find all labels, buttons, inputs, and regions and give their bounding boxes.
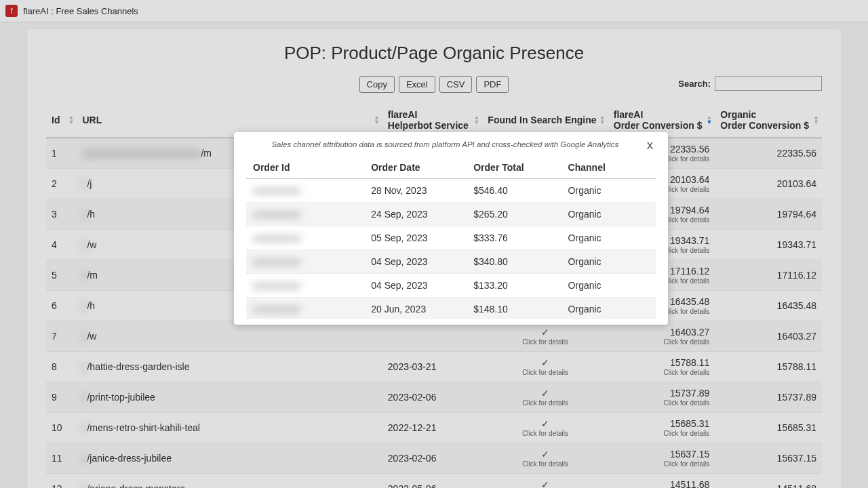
cell-id: 3 [46,199,77,230]
mcell-order-total: $148.10 [467,298,561,320]
amount: 17116.12 [670,266,709,277]
amount: 22335.56 [777,148,816,159]
search-input[interactable] [715,76,822,91]
cell-found[interactable]: ✓Click for details [482,321,608,352]
cell-url: x/w [77,321,382,352]
click-details-label: Click for details [614,460,710,468]
amount: 14511.68 [670,479,709,488]
check-icon: ✓ [541,388,549,399]
cell-service: 2023-03-21 [382,352,483,382]
mcell-channel: Organic [561,274,656,298]
cell-id: 7 [46,321,77,352]
amount: 15637.15 [777,453,816,464]
modal-close-button[interactable]: X [644,140,656,151]
modal-scroll-area[interactable]: Order Id Order Date Order Total Channel … [246,157,656,319]
cell-organic-conversion: 20103.64 [715,169,822,199]
modal-row: xxxxxxxxxx24 Sep, 2023$265.20Organic [246,203,656,226]
modal-row: xxxxxxxxxx04 Sep, 2023$340.80Organic [246,250,656,274]
cell-flare-conversion[interactable]: 16403.27Click for details [608,321,715,352]
mcell-order-date: 05 Sep, 2023 [364,226,467,250]
cell-flare-conversion[interactable]: 15788.11Click for details [608,352,715,382]
mcell-order-id: xxxxxxxxxx [246,226,364,250]
cell-found[interactable]: ✓Click for details [482,352,608,382]
cell-flare-conversion[interactable]: 15685.31Click for details [608,413,715,443]
redacted-text: x [82,331,87,342]
check-icon: ✓ [541,357,549,368]
cell-id: 11 [46,443,77,474]
mcell-order-date: 24 Sep, 2023 [364,203,467,226]
cell-url: x/mens-retro-shirt-kahili-teal [77,413,382,443]
redacted-text: xxxxxxxxxxxxxxxxxxxxxxxxx [82,148,201,159]
cell-service [382,321,483,352]
cell-id: 6 [46,291,77,321]
cell-organic-conversion: 15737.89 [715,382,822,413]
col-header-organic-conversion[interactable]: Organic Order Conversion $ ▲▼ [715,102,822,138]
cell-id: 2 [46,169,77,199]
cell-flare-conversion[interactable]: 15637.15Click for details [608,443,715,474]
cell-id: 1 [46,138,77,169]
cell-organic-conversion: 19794.64 [715,199,822,230]
mcell-order-total: $546.40 [467,179,561,203]
amount: 15685.31 [777,422,816,433]
cell-found[interactable]: ✓Click for details [482,382,608,413]
copy-button[interactable]: Copy [359,76,395,93]
mcell-channel: Organic [561,179,656,203]
amount: 15788.11 [670,357,709,368]
col-header-id[interactable]: Id ▲▼ [46,102,77,138]
url-path: /m [201,148,212,159]
cell-found[interactable]: ✓Click for details [482,413,608,443]
amount: 19794.64 [670,205,709,216]
sort-icon: ▲▼ [813,115,819,125]
mcell-channel: Organic [561,226,656,250]
url-path: /j [87,178,92,189]
amount: 16435.48 [777,300,816,311]
click-details-label: Click for details [488,338,602,346]
click-details-label: Click for details [488,399,602,407]
amount: 16435.48 [670,296,709,307]
table-row: 9x/print-top-jubilee2023-02-06✓Click for… [46,382,822,413]
pdf-button[interactable]: PDF [476,76,509,93]
cell-id: 9 [46,382,77,413]
sort-icon: ▲▼ [374,115,380,125]
excel-button[interactable]: Excel [399,76,435,93]
amount: 17116.12 [777,270,816,281]
redacted-text: x [82,300,87,311]
mcell-order-id: xxxxxxxxxx [246,274,364,298]
cell-flare-conversion[interactable]: 14511.68Click for details [608,474,715,489]
mcell-order-id: xxxxxxxxxx [246,203,364,226]
amount: 15737.89 [777,392,816,403]
url-path: /mens-retro-shirt-kahili-teal [87,422,199,433]
cell-id: 4 [46,230,77,260]
redacted-text: x [82,422,87,433]
cell-service: 2022-12-21 [382,413,483,443]
modal-attribution-note: Sales channel attribution data is source… [246,140,644,148]
table-row: 8x/hattie-dress-garden-isle2023-03-21✓Cl… [46,352,822,382]
cell-url: x/janice-dress-jubilee [77,443,382,474]
click-details-label: Click for details [614,430,710,437]
cell-organic-conversion: 19343.71 [715,230,822,260]
mcell-channel: Organic [561,250,656,274]
redacted-text: x [82,239,87,250]
amount: 15637.15 [670,449,709,460]
check-icon: ✓ [541,479,549,488]
click-details-label: Click for details [614,338,710,346]
redacted-text: xxxxxxxxxx [253,304,300,314]
url-path: /hattie-dress-garden-isle [87,361,189,372]
cell-organic-conversion: 14511.68 [715,474,822,489]
redacted-text: x [82,270,87,281]
cell-url: x/print-top-jubilee [77,382,382,413]
redacted-text: x [82,209,87,220]
cell-id: 8 [46,352,77,382]
modal-row: xxxxxxxxxx05 Sep, 2023$333.76Organic [246,226,656,250]
cell-found[interactable]: ✓Click for details [482,474,608,489]
check-icon: ✓ [541,327,549,338]
csv-button[interactable]: CSV [439,76,473,93]
redacted-text: x [82,392,87,403]
page-title: POP: Product/Page Organic Presence [46,43,822,64]
table-row: 7x/w✓Click for details16403.27Click for … [46,321,822,352]
cell-flare-conversion[interactable]: 15737.89Click for details [608,382,715,413]
table-row: 10x/mens-retro-shirt-kahili-teal2022-12-… [46,413,822,443]
redacted-text: x [82,453,87,464]
modal-table: Order Id Order Date Order Total Channel … [246,157,656,319]
cell-found[interactable]: ✓Click for details [482,443,608,474]
